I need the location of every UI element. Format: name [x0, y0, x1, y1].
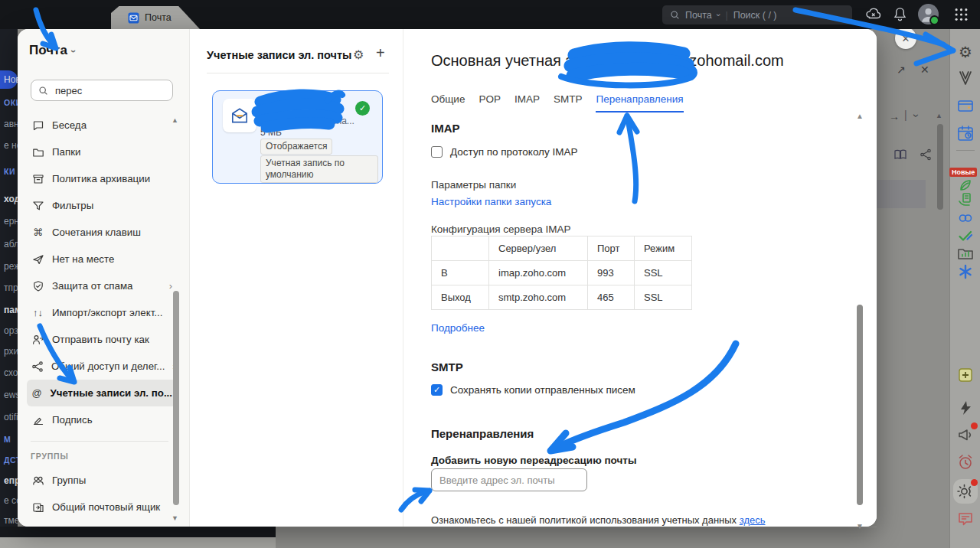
sidebar-item-2[interactable]: Политика архивации: [27, 165, 177, 192]
accounts-gear-icon[interactable]: ⚙: [353, 47, 364, 62]
gear-icon[interactable]: ⚙: [956, 43, 975, 61]
divider: |: [904, 109, 907, 121]
arrow-right-icon[interactable]: →: [889, 110, 900, 122]
bg-nav-item: реж: [4, 261, 18, 272]
accounts-panel: Учетные записи эл. почты ⚙ + @zohoma... …: [190, 29, 403, 527]
calendar-clock-icon[interactable]: [956, 124, 975, 142]
chain-icon[interactable]: [956, 209, 975, 227]
sidebar-item-1[interactable]: Папки: [27, 139, 177, 165]
chevron-down-icon[interactable]: ›: [911, 114, 922, 118]
scroll-up-arrow[interactable]: ▲: [936, 112, 942, 119]
sidebar-item-3[interactable]: Фильтры: [27, 192, 177, 219]
forwarding-heading: Перенаправления: [431, 427, 534, 440]
chat-icon: [31, 119, 44, 132]
account-visibility-badge: Отображается: [260, 139, 332, 155]
smtp-save-copies-checkbox-row[interactable]: ✓ Сохранять копии отправленных писем: [431, 384, 635, 396]
close-icon[interactable]: ✕: [920, 64, 929, 76]
sun-moon-icon[interactable]: [956, 482, 975, 501]
check-pen-icon[interactable]: [956, 227, 975, 245]
close-settings-button[interactable]: ✕: [895, 28, 916, 49]
imap-access-checkbox-row[interactable]: Доступ по протоколу IMAP: [431, 146, 578, 158]
avatar[interactable]: [918, 4, 939, 24]
scroll-down-arrow[interactable]: ▼: [172, 514, 178, 522]
chat-bubble-icon[interactable]: [956, 510, 975, 528]
sidebar-item-label: Отправить почту как: [52, 334, 149, 345]
scrollbar[interactable]: [173, 291, 179, 505]
global-search[interactable]: Почта › | Поиск ( / ): [662, 5, 852, 24]
vault-icon[interactable]: [956, 69, 975, 87]
hand-doc-icon[interactable]: [956, 191, 975, 210]
scroll-down-arrow[interactable]: ▼: [856, 522, 864, 530]
share-icon: [31, 360, 44, 373]
table-cell: imap.zoho.com: [489, 261, 588, 285]
search-placeholder-text[interactable]: Поиск ( / ): [733, 10, 777, 21]
share-icon[interactable]: [920, 148, 932, 163]
checkbox-label: Сохранять копии отправленных писем: [450, 384, 635, 396]
open-new-window-icon[interactable]: ↗: [897, 64, 906, 76]
command-icon: ⌘: [31, 227, 44, 238]
account-card[interactable]: @zohoma... ✓ 5 МБ Отображается Учетная з…: [212, 90, 383, 184]
bg-nav-item: е со: [4, 495, 18, 506]
mailbox-icon: [31, 501, 44, 514]
sidebar-item-9[interactable]: Общий доступ и делег...›: [27, 353, 177, 380]
online-status-dot: [929, 15, 939, 25]
table-cell: 993: [588, 261, 635, 285]
smtp-heading: SMTP: [431, 360, 463, 373]
sidebar-item-7[interactable]: ↑↓Импорт/экспорт элект...: [27, 299, 177, 326]
scroll-up-arrow[interactable]: ▲: [172, 116, 178, 124]
bolt-icon[interactable]: [956, 399, 975, 417]
settings-search-box[interactable]: [31, 80, 173, 101]
folder-chart-icon[interactable]: [956, 244, 975, 263]
app-tab-mail[interactable]: Почта: [111, 6, 200, 29]
scrollbar[interactable]: [937, 124, 943, 210]
forwarding-email-input[interactable]: [431, 468, 587, 491]
table-cell: Выход: [432, 285, 489, 310]
sidebar-item-10[interactable]: @Учетные записи эл. по...: [27, 380, 177, 406]
table-row: Вimap.zoho.com993SSL: [432, 261, 692, 285]
scroll-up-arrow[interactable]: ▲: [856, 112, 864, 120]
bg-nav-item: е но: [4, 140, 18, 151]
folder-settings-link[interactable]: Настройки папки запуска: [431, 196, 551, 207]
settings-search-input[interactable]: [54, 84, 164, 97]
megaphone-icon[interactable]: [956, 426, 975, 444]
add-forwarding-label: Добавить новую переадресацию почты: [431, 455, 636, 466]
search-scope[interactable]: Почта: [685, 10, 712, 21]
sidebar-item-8[interactable]: Отправить почту как: [27, 326, 177, 353]
account-default-badge: Учетная запись по умолчанию: [260, 155, 378, 183]
sidebar-item-6[interactable]: Защита от спама›: [27, 272, 177, 299]
settings-app-switcher[interactable]: Почта›: [29, 43, 75, 58]
bg-nav-item: тмеч: [4, 515, 18, 526]
cloud-offline-icon[interactable]: [864, 5, 883, 26]
group-item-0[interactable]: Группы: [27, 467, 177, 494]
knot-icon[interactable]: [956, 263, 975, 281]
sidebar-item-4[interactable]: ⌘Сочетания клавиш: [27, 219, 177, 246]
add-account-button[interactable]: +: [376, 44, 385, 62]
sidebar-item-11[interactable]: Подпись: [27, 406, 177, 433]
reading-view-icon[interactable]: [893, 148, 907, 163]
sidebar-item-5[interactable]: Нет на месте: [27, 246, 177, 272]
bell-icon[interactable]: [891, 5, 909, 26]
bg-nav-item: М: [4, 435, 18, 444]
tab-3[interactable]: SMTP: [554, 93, 583, 113]
checkbox-unchecked[interactable]: [431, 146, 443, 158]
wallet-icon[interactable]: [956, 96, 975, 115]
app-tab-label: Почта: [145, 12, 172, 23]
tab-0[interactable]: Общие: [431, 93, 465, 113]
apps-grid-icon[interactable]: [953, 7, 969, 25]
checkbox-checked[interactable]: ✓: [431, 384, 443, 396]
topbar: Почта Почта › | Поиск ( / ): [0, 0, 980, 29]
group-item-1[interactable]: Общий почтовый ящик: [27, 494, 177, 520]
tab-4[interactable]: Перенаправления: [596, 93, 683, 113]
policy-link[interactable]: здесь: [740, 514, 766, 526]
bg-nav-item: тпра: [4, 282, 18, 293]
bg-nav-item: сход: [4, 367, 18, 378]
sidebar-item-0[interactable]: Беседа: [27, 112, 177, 139]
scrollbar[interactable]: [857, 305, 863, 505]
tab-2[interactable]: IMAP: [514, 93, 540, 113]
bg-nav-item: Нов: [0, 70, 18, 89]
plus-square-icon[interactable]: [956, 366, 975, 384]
tab-1[interactable]: POP: [479, 93, 501, 113]
alarm-icon[interactable]: [956, 453, 975, 471]
more-link[interactable]: Подробнее: [431, 322, 485, 334]
checkbox-label: Доступ по протоколу IMAP: [450, 146, 578, 158]
